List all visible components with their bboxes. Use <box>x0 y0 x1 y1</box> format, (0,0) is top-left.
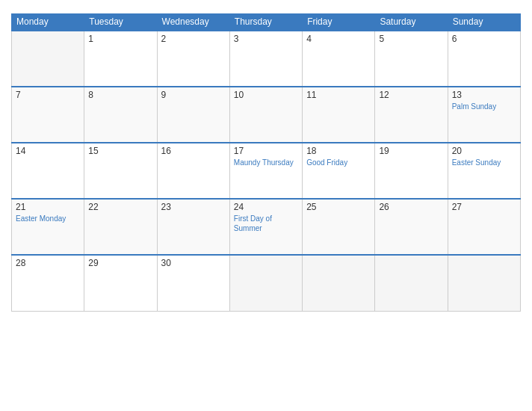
calendar-cell: 4 <box>303 31 375 87</box>
day-number: 3 <box>234 34 298 44</box>
day-number: 17 <box>234 146 298 156</box>
weekday-header-friday: Friday <box>303 13 375 31</box>
week-row-4: 21Easter Monday222324First Day of Summer… <box>12 199 521 255</box>
calendar-cell: 27 <box>448 199 520 255</box>
calendar-cell: 28 <box>12 255 84 311</box>
calendar-cell: 3 <box>229 31 302 87</box>
day-number: 24 <box>234 202 298 212</box>
calendar-cell: 21Easter Monday <box>12 199 84 255</box>
day-number: 12 <box>379 90 443 100</box>
calendar-cell: 18Good Friday <box>303 143 375 199</box>
calendar-cell: 30 <box>157 255 229 311</box>
week-row-2: 78910111213Palm Sunday <box>12 87 521 143</box>
day-number: 29 <box>88 258 152 268</box>
week-row-5: 282930 <box>12 255 521 311</box>
day-number: 18 <box>306 146 371 156</box>
weekday-header-row: MondayTuesdayWednesdayThursdayFridaySatu… <box>12 13 521 31</box>
day-number: 4 <box>306 34 371 44</box>
day-number: 15 <box>88 146 152 156</box>
holiday-label: Easter Monday <box>16 214 80 223</box>
weekday-header-monday: Monday <box>12 13 84 31</box>
holiday-label: Maundy Thursday <box>234 158 298 167</box>
day-number: 26 <box>379 202 443 212</box>
day-number: 16 <box>161 146 226 156</box>
calendar-cell: 17Maundy Thursday <box>229 143 302 199</box>
calendar-cell <box>12 31 84 87</box>
calendar-cell: 7 <box>12 87 84 143</box>
week-row-1: 123456 <box>12 31 521 87</box>
calendar-table: MondayTuesdayWednesdayThursdayFridaySatu… <box>11 13 521 312</box>
calendar-cell <box>448 255 520 311</box>
calendar-cell <box>229 255 302 311</box>
calendar-cell: 24First Day of Summer <box>229 199 302 255</box>
day-number: 13 <box>452 90 516 100</box>
holiday-label: Good Friday <box>306 158 371 167</box>
day-number: 28 <box>16 258 80 268</box>
calendar-cell: 20Easter Sunday <box>448 143 520 199</box>
weekday-header-wednesday: Wednesday <box>157 13 229 31</box>
day-number: 23 <box>161 202 226 212</box>
calendar-cell: 10 <box>229 87 302 143</box>
calendar-cell: 29 <box>84 255 157 311</box>
day-number: 5 <box>379 34 443 44</box>
day-number: 10 <box>234 90 298 100</box>
day-number: 22 <box>88 202 152 212</box>
day-number: 14 <box>16 146 80 156</box>
day-number: 19 <box>379 146 443 156</box>
day-number: 7 <box>16 90 80 100</box>
calendar-cell <box>375 255 448 311</box>
calendar-cell: 22 <box>84 199 157 255</box>
calendar-cell: 13Palm Sunday <box>448 87 520 143</box>
day-number: 27 <box>452 202 516 212</box>
day-number: 6 <box>452 34 516 44</box>
day-number: 11 <box>306 90 371 100</box>
calendar-cell: 6 <box>448 31 520 87</box>
weekday-header-saturday: Saturday <box>375 13 448 31</box>
calendar-cell: 23 <box>157 199 229 255</box>
calendar-cell: 8 <box>84 87 157 143</box>
weekday-header-sunday: Sunday <box>448 13 520 31</box>
calendar-cell: 1 <box>84 31 157 87</box>
day-number: 8 <box>88 90 152 100</box>
calendar-cell: 14 <box>12 143 84 199</box>
day-number: 21 <box>16 202 80 212</box>
day-number: 2 <box>161 34 226 44</box>
calendar-cell: 16 <box>157 143 229 199</box>
week-row-3: 14151617Maundy Thursday18Good Friday1920… <box>12 143 521 199</box>
calendar-page: MondayTuesdayWednesdayThursdayFridaySatu… <box>0 0 532 411</box>
holiday-label: Easter Sunday <box>452 158 516 167</box>
calendar-cell: 9 <box>157 87 229 143</box>
holiday-label: First Day of Summer <box>234 214 298 233</box>
day-number: 9 <box>161 90 226 100</box>
calendar-cell: 19 <box>375 143 448 199</box>
day-number: 20 <box>452 146 516 156</box>
calendar-cell: 25 <box>303 199 375 255</box>
calendar-cell: 15 <box>84 143 157 199</box>
weekday-header-tuesday: Tuesday <box>84 13 157 31</box>
day-number: 25 <box>306 202 371 212</box>
calendar-cell: 5 <box>375 31 448 87</box>
calendar-cell <box>303 255 375 311</box>
weekday-header-thursday: Thursday <box>229 13 302 31</box>
day-number: 30 <box>161 258 226 268</box>
calendar-cell: 2 <box>157 31 229 87</box>
calendar-cell: 12 <box>375 87 448 143</box>
holiday-label: Palm Sunday <box>452 102 516 111</box>
day-number: 1 <box>88 34 152 44</box>
calendar-cell: 11 <box>303 87 375 143</box>
calendar-cell: 26 <box>375 199 448 255</box>
